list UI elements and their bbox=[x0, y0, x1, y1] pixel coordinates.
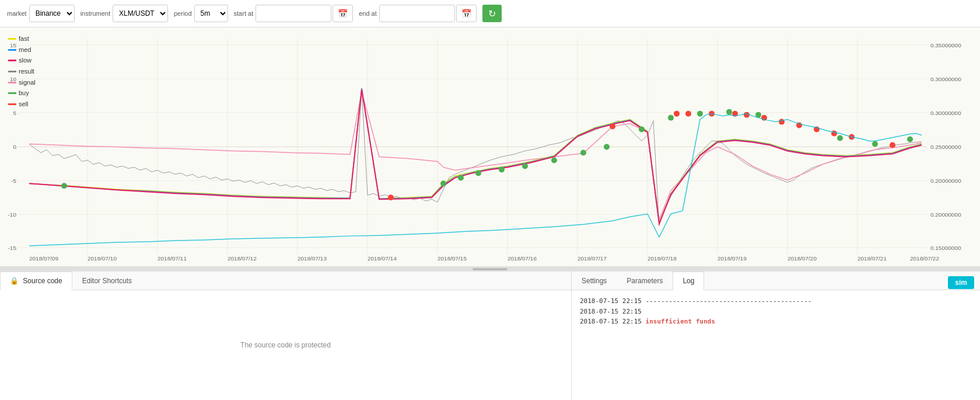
svg-point-66 bbox=[610, 124, 615, 130]
log-entry-2: 2018-07-15 22:15 bbox=[580, 307, 972, 317]
legend-fast: fast bbox=[8, 33, 36, 44]
legend-result: result bbox=[8, 66, 36, 77]
sim-button[interactable]: sim bbox=[948, 276, 974, 289]
svg-text:0.30000000: 0.30000000 bbox=[930, 110, 961, 116]
svg-text:2018/07/17: 2018/07/17 bbox=[578, 255, 607, 262]
legend-signal-label: signal bbox=[19, 77, 36, 88]
source-code-content: The source code is protected bbox=[0, 290, 571, 400]
log-entry-3: 2018-07-15 22:15 insufficient funds bbox=[580, 316, 972, 327]
legend-signal: signal bbox=[8, 77, 36, 88]
start-at-label: start at bbox=[234, 10, 254, 17]
log-separator: ----------------------------------------… bbox=[646, 297, 812, 305]
svg-point-62 bbox=[837, 135, 843, 141]
svg-point-78 bbox=[890, 142, 895, 148]
result-color bbox=[8, 71, 16, 72]
end-at-group: end at 2018-07-21 17:20 📅 bbox=[359, 5, 477, 22]
svg-point-67 bbox=[674, 111, 680, 117]
tab-log[interactable]: Log bbox=[673, 272, 704, 290]
legend-med-label: med bbox=[19, 44, 31, 55]
svg-text:2018/07/14: 2018/07/14 bbox=[368, 255, 397, 262]
svg-text:2018/07/13: 2018/07/13 bbox=[298, 255, 327, 262]
market-group: market Binance bbox=[7, 5, 75, 22]
svg-text:0.35000000: 0.35000000 bbox=[930, 42, 961, 48]
svg-text:2018/07/21: 2018/07/21 bbox=[858, 255, 887, 262]
source-code-tab-label: Source code bbox=[23, 277, 62, 285]
end-at-input[interactable]: 2018-07-21 17:20 bbox=[379, 5, 455, 22]
log-entry-1: 2018-07-15 22:15 -----------------------… bbox=[580, 296, 972, 307]
buy-color bbox=[8, 92, 16, 94]
legend-sell: sell bbox=[8, 99, 36, 110]
parameters-tab-label: Parameters bbox=[626, 277, 663, 285]
instrument-select[interactable]: XLM/USDT bbox=[113, 5, 168, 22]
svg-text:2018/07/16: 2018/07/16 bbox=[508, 255, 537, 262]
instrument-label: instrument bbox=[80, 10, 110, 17]
svg-point-57 bbox=[639, 127, 645, 133]
signal-color bbox=[8, 82, 16, 84]
end-at-calendar-button[interactable]: 📅 bbox=[456, 5, 477, 22]
svg-point-52 bbox=[499, 166, 505, 172]
lock-icon: 🔒 bbox=[10, 277, 19, 285]
chart-legend: fast med slow result signal buy sell bbox=[8, 33, 36, 110]
right-tabs: Settings Parameters Log bbox=[572, 272, 980, 290]
log-error-message: insufficient funds bbox=[646, 318, 715, 325]
legend-sell-label: sell bbox=[19, 99, 29, 110]
settings-tab-label: Settings bbox=[582, 277, 607, 285]
svg-point-56 bbox=[604, 144, 610, 150]
svg-text:0.30000000: 0.30000000 bbox=[930, 76, 961, 82]
end-at-label: end at bbox=[359, 10, 377, 17]
sell-color bbox=[8, 103, 16, 105]
log-timestamp-3: 2018-07-15 22:15 bbox=[580, 318, 642, 325]
tab-parameters[interactable]: Parameters bbox=[617, 272, 673, 290]
svg-point-76 bbox=[831, 131, 837, 137]
svg-text:0.25000000: 0.25000000 bbox=[930, 144, 961, 151]
svg-text:2018/07/19: 2018/07/19 bbox=[718, 255, 747, 262]
svg-point-73 bbox=[779, 119, 785, 125]
legend-buy: buy bbox=[8, 88, 36, 99]
svg-text:2018/07/20: 2018/07/20 bbox=[788, 255, 817, 262]
svg-text:2018/07/10: 2018/07/10 bbox=[88, 255, 117, 262]
svg-point-51 bbox=[475, 170, 481, 176]
legend-fast-label: fast bbox=[19, 33, 29, 44]
legend-buy-label: buy bbox=[19, 88, 29, 99]
period-select[interactable]: 1m5m15m1h4h1d bbox=[194, 5, 228, 22]
editor-shortcuts-tab-label: Editor Shortcuts bbox=[82, 277, 132, 285]
period-label: period bbox=[174, 10, 192, 17]
svg-point-48 bbox=[61, 183, 67, 189]
svg-point-63 bbox=[872, 141, 878, 147]
med-color bbox=[8, 49, 16, 51]
start-at-group: start at 2018-07-09 14:20 📅 bbox=[234, 5, 354, 22]
svg-point-58 bbox=[668, 115, 674, 121]
panel-left: 🔒 Source code Editor Shortcuts The sourc… bbox=[0, 272, 572, 400]
instrument-group: instrument XLM/USDT bbox=[80, 5, 168, 22]
chart-svg: 15 10 5 0 -5 -10 -15 0.35000000 0.300000… bbox=[0, 27, 980, 266]
svg-point-60 bbox=[726, 109, 732, 115]
log-content: 2018-07-15 22:15 -----------------------… bbox=[572, 290, 980, 400]
svg-point-50 bbox=[458, 175, 464, 180]
svg-text:5: 5 bbox=[13, 110, 16, 116]
svg-text:2018/07/09: 2018/07/09 bbox=[29, 255, 58, 262]
legend-med: med bbox=[8, 44, 36, 55]
tab-editor-shortcuts[interactable]: Editor Shortcuts bbox=[72, 272, 142, 290]
market-select[interactable]: Binance bbox=[29, 5, 75, 22]
svg-text:2018/07/11: 2018/07/11 bbox=[158, 255, 187, 262]
left-tabs: 🔒 Source code Editor Shortcuts bbox=[0, 272, 571, 290]
resize-handle[interactable] bbox=[0, 267, 980, 272]
refresh-button[interactable]: ↻ bbox=[482, 5, 502, 22]
tab-source-code[interactable]: 🔒 Source code bbox=[0, 272, 72, 290]
svg-text:-15: -15 bbox=[8, 245, 17, 251]
market-label: market bbox=[7, 10, 27, 17]
svg-text:2018/07/12: 2018/07/12 bbox=[228, 255, 257, 262]
slow-color bbox=[8, 60, 16, 61]
svg-text:0.15000000: 0.15000000 bbox=[930, 245, 961, 251]
svg-text:-10: -10 bbox=[8, 211, 17, 218]
resize-handle-bar bbox=[473, 268, 508, 270]
svg-text:0: 0 bbox=[13, 144, 16, 151]
svg-point-54 bbox=[551, 157, 557, 163]
log-timestamp-1: 2018-07-15 22:15 bbox=[580, 297, 642, 305]
log-timestamp-2: 2018-07-15 22:15 bbox=[580, 308, 642, 315]
bottom-panel: 🔒 Source code Editor Shortcuts The sourc… bbox=[0, 272, 980, 400]
tab-settings[interactable]: Settings bbox=[572, 272, 617, 290]
start-at-calendar-button[interactable]: 📅 bbox=[332, 5, 353, 22]
start-at-input[interactable]: 2018-07-09 14:20 bbox=[256, 5, 331, 22]
svg-text:2018/07/15: 2018/07/15 bbox=[438, 255, 467, 262]
